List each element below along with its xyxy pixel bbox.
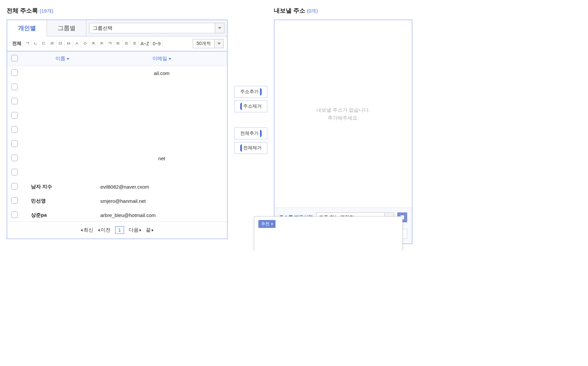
page-current: 1 <box>115 226 124 234</box>
table-row[interactable] <box>7 80 227 94</box>
select-all-checkbox[interactable] <box>11 55 18 61</box>
filter-p[interactable]: ㅍ <box>122 39 131 48</box>
arrow-right-icon <box>260 89 262 94</box>
row-email: evil8082@naver.cxom <box>100 184 223 190</box>
export-title: 내보낼 주소 (0개) <box>274 7 412 15</box>
consonant-filters: 전체 ㄱ ㄴ ㄷ ㄹ ㅁ ㅂ ㅅ ㅇ ㅈ ㅊ ㅋ ㅌ ㅍ ㅎ A~Z 0~9 <box>11 39 163 48</box>
filter-m[interactable]: ㅁ <box>56 39 65 48</box>
popup-header: 추천 <box>254 217 402 231</box>
add-address-button[interactable]: 주소추가 <box>234 86 267 98</box>
row-checkbox[interactable] <box>11 169 18 175</box>
column-email[interactable]: 이메일 <box>100 55 223 62</box>
table-row[interactable] <box>7 123 227 137</box>
filter-ch[interactable]: ㅊ <box>98 39 106 48</box>
table-row[interactable] <box>7 94 227 109</box>
row-checkbox[interactable] <box>11 183 18 190</box>
arrow-left-icon <box>240 104 242 109</box>
add-all-label: 전체추가 <box>240 130 259 136</box>
pagination: 최신 이전 1 다음 끝 <box>7 221 227 238</box>
table-row[interactable] <box>7 165 227 180</box>
row-checkbox[interactable] <box>11 112 18 119</box>
column-name[interactable]: 이름 <box>24 55 100 62</box>
contacts-panel: 개인별 그룹별 그룹선택 전체 ㄱ ㄴ ㄷ ㄹ ㅁ ㅂ <box>7 19 228 239</box>
filter-all[interactable]: 전체 <box>11 39 23 48</box>
filter-g[interactable]: ㄱ <box>23 39 32 48</box>
row-checkbox[interactable] <box>11 84 18 90</box>
popup-tag[interactable]: 추천 <box>258 220 276 228</box>
remove-address-button[interactable]: 주소제거 <box>234 100 267 112</box>
row-checkbox[interactable] <box>11 126 18 133</box>
table-row[interactable] <box>7 137 227 151</box>
export-count: (0개) <box>307 8 318 14</box>
table-header: 이름 이메일 <box>7 52 227 66</box>
page-prev[interactable]: 이전 <box>98 227 111 233</box>
arrow-left-icon <box>240 145 242 151</box>
export-panel: 내보낼 주소가 없습니다. 추가해주세요. 주소록 받을사람 자주 찾는 연락처 <box>274 19 412 244</box>
transfer-buttons: 주소추가 주소제거 전체추가 전체제거 <box>234 7 267 154</box>
contacts-count: (19개) <box>40 8 53 14</box>
row-email: net <box>100 156 223 161</box>
page-next[interactable]: 다음 <box>129 227 141 233</box>
row-checkbox[interactable] <box>11 155 18 161</box>
filter-k[interactable]: ㅋ <box>106 39 114 48</box>
filter-b[interactable]: ㅂ <box>65 39 73 48</box>
table-row[interactable] <box>7 109 227 123</box>
empty-line-2: 추가해주세요. <box>328 114 359 122</box>
row-checkbox[interactable] <box>11 98 18 104</box>
export-title-text: 내보낼 주소 <box>274 7 305 14</box>
table-row[interactable]: 민선영 smjero@hanmail.net <box>7 194 227 208</box>
remove-address-label: 주소제거 <box>243 103 262 109</box>
row-checkbox[interactable] <box>11 140 18 147</box>
row-email: arbre_bleu@hotmail.com <box>100 212 223 218</box>
remove-all-button[interactable]: 전체제거 <box>234 142 267 154</box>
arrow-right-icon <box>260 131 262 136</box>
empty-line-1: 내보낼 주소가 없습니다. <box>316 106 370 114</box>
filter-o[interactable]: ㅇ <box>81 39 89 48</box>
suggestion-popup: 추천 수정 닫기 <box>254 216 403 251</box>
table-row[interactable]: 상준pa arbre_bleu@hotmail.com <box>7 208 227 221</box>
filter-s[interactable]: ㅅ <box>73 39 81 48</box>
add-all-button[interactable]: 전체추가 <box>234 128 267 139</box>
filter-row: 전체 ㄱ ㄴ ㄷ ㄹ ㅁ ㅂ ㅅ ㅇ ㅈ ㅊ ㅋ ㅌ ㅍ ㅎ A~Z 0~9 <box>7 36 227 52</box>
filter-n[interactable]: ㄴ <box>32 39 40 48</box>
page-last[interactable]: 끝 <box>146 227 153 233</box>
row-name: 민선영 <box>24 198 100 204</box>
group-dropdown[interactable]: 그룹선택 <box>89 23 224 33</box>
page-size-dropdown[interactable]: 50개씩 <box>193 39 224 48</box>
popup-body <box>258 231 398 251</box>
chevron-down-icon[interactable] <box>215 23 224 33</box>
row-name: 남자 지수 <box>24 184 100 190</box>
filter-t[interactable]: ㅌ <box>114 39 122 48</box>
remove-all-label: 전체제거 <box>243 145 262 151</box>
filter-09[interactable]: 0~9 <box>151 40 163 48</box>
row-name: 상준pa <box>24 212 100 218</box>
tabs-bar: 개인별 그룹별 그룹선택 <box>7 20 227 36</box>
filter-az[interactable]: A~Z <box>139 40 151 48</box>
contacts-list[interactable]: ail.com <box>7 66 227 221</box>
export-empty-state: 내보낼 주소가 없습니다. 추가해주세요. <box>275 20 412 207</box>
row-email: smjero@hanmail.net <box>100 198 223 204</box>
table-row[interactable]: net <box>7 151 227 165</box>
row-checkbox[interactable] <box>11 69 18 76</box>
row-checkbox[interactable] <box>11 211 18 218</box>
filter-j[interactable]: ㅈ <box>89 39 98 48</box>
group-dropdown-label: 그룹선택 <box>89 25 215 31</box>
row-checkbox[interactable] <box>11 197 18 204</box>
filter-r[interactable]: ㄹ <box>48 39 56 48</box>
add-address-label: 주소추가 <box>240 89 259 95</box>
filter-h[interactable]: ㅎ <box>131 39 139 48</box>
tab-group[interactable]: 그룹별 <box>47 20 86 36</box>
tab-personal[interactable]: 개인별 <box>7 20 47 37</box>
title-text: 전체 주소록 <box>7 7 38 14</box>
page-size-label: 50개씩 <box>193 41 214 47</box>
table-row[interactable]: ail.com <box>7 66 227 80</box>
table-row[interactable]: 남자 지수 evil8082@naver.cxom <box>7 180 227 194</box>
filter-d[interactable]: ㄷ <box>40 39 48 48</box>
group-select-wrap: 그룹선택 <box>86 20 227 36</box>
chevron-down-icon[interactable] <box>214 39 223 48</box>
all-contacts-title: 전체 주소록 (19개) <box>7 7 228 15</box>
page-first[interactable]: 최신 <box>81 227 93 233</box>
row-email: ail.com <box>100 70 223 76</box>
